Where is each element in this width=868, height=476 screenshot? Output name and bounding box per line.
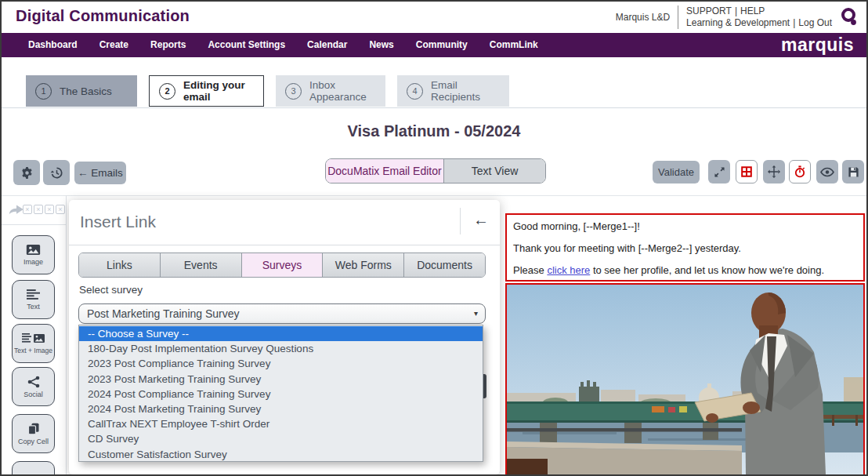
survey-option[interactable]: 2024 Post Marketing Training Survey xyxy=(79,402,483,416)
nav-item-news[interactable]: News xyxy=(358,33,404,57)
help-link[interactable]: HELP xyxy=(740,5,765,16)
step-tab-basics[interactable]: 1 The Basics xyxy=(26,75,137,107)
placeholder-x-icon: × xyxy=(23,205,32,214)
divider xyxy=(460,208,461,234)
gear-icon xyxy=(20,166,34,180)
tool-label: Text + Image xyxy=(14,347,52,354)
survey-option[interactable]: 180-Day Post Implementation Survey Quest… xyxy=(79,341,483,356)
back-button[interactable]: ← xyxy=(473,211,489,229)
step-label: Email Recipients xyxy=(431,79,509,103)
tab-text-view[interactable]: Text View xyxy=(443,159,545,183)
history-icon xyxy=(50,166,63,180)
survey-dropdown: -- Choose a Survey -- 180-Day Post Imple… xyxy=(78,325,483,462)
email-paragraph: Good morning, [--Merge1--]! xyxy=(513,220,857,233)
history-button[interactable] xyxy=(43,160,70,185)
text-lines-icon xyxy=(27,289,40,300)
tool-text-image[interactable]: Text + Image xyxy=(12,324,55,363)
learning-development-link[interactable]: Learning & Development xyxy=(686,17,790,28)
sidebar-divider xyxy=(2,224,66,225)
brand-logo: marquis xyxy=(781,33,854,57)
timer-button[interactable] xyxy=(789,160,811,183)
step-tab-inbox-appearance[interactable]: 3 Inbox Appearance xyxy=(276,75,385,107)
email-text: to see her profile, and let us know how … xyxy=(590,264,824,276)
tab-documents[interactable]: Documents xyxy=(403,253,485,277)
step-label: Inbox Appearance xyxy=(309,79,385,103)
tool-image[interactable]: Image xyxy=(12,235,55,274)
nav-item-create[interactable]: Create xyxy=(89,33,139,57)
survey-option[interactable]: -- Choose a Survey -- xyxy=(79,326,483,341)
nav-item-account-settings[interactable]: Account Settings xyxy=(197,33,296,57)
app-title: Digital Communication xyxy=(16,7,190,25)
hidden-button-edge xyxy=(483,374,486,398)
header: Digital Communication Marquis L&D SUPPOR… xyxy=(2,2,866,33)
tool-copy-cell[interactable]: Copy Cell xyxy=(12,414,55,453)
tab-documatix-email-editor[interactable]: DocuMatix Email Editor xyxy=(326,159,443,183)
validate-button[interactable]: Validate xyxy=(653,161,700,183)
support-link[interactable]: SUPPORT xyxy=(686,5,732,16)
eye-icon xyxy=(820,167,834,177)
search-icon[interactable] xyxy=(840,6,860,28)
step-number: 1 xyxy=(35,83,52,100)
nav-item-dashboard[interactable]: Dashboard xyxy=(17,33,89,57)
survey-option[interactable]: CallTrax NEXT Employee T-shirt Order xyxy=(79,416,483,431)
table-button[interactable] xyxy=(736,160,758,183)
account-name: Marquis L&D xyxy=(616,12,670,23)
header-links: SUPPORT|HELP Learning & Development|Log … xyxy=(686,5,832,29)
tool-social[interactable]: Social xyxy=(12,367,55,406)
save-button[interactable] xyxy=(842,160,864,183)
nav-item-commlink[interactable]: CommLink xyxy=(479,33,549,57)
placeholder-x-icon: × xyxy=(56,205,65,214)
divider xyxy=(2,107,866,108)
window: Digital Communication Marquis L&D SUPPOR… xyxy=(0,0,868,476)
tab-surveys[interactable]: Surveys xyxy=(241,253,323,277)
email-text-cell[interactable]: Good morning, [--Merge1--]! Thank you fo… xyxy=(505,213,865,282)
editor-view-toggle: DocuMatix Email Editor Text View xyxy=(325,158,546,183)
expand-icon xyxy=(714,166,725,178)
settings-button[interactable] xyxy=(13,160,40,185)
survey-option[interactable]: CD Survey xyxy=(79,431,483,446)
email-paragraph: Please click here to see her profile, an… xyxy=(513,264,857,277)
tool-label: Social xyxy=(24,391,43,398)
survey-option[interactable]: 2024 Post Compliance Training Survey xyxy=(79,387,483,402)
step-number: 2 xyxy=(159,83,175,100)
link-type-tabs: Links Events Surveys Web Forms Documents xyxy=(78,253,486,278)
select-survey-label: Select survey xyxy=(79,284,143,296)
stopwatch-icon xyxy=(794,165,806,178)
header-divider xyxy=(678,5,678,29)
placeholder-x-icon: × xyxy=(34,205,43,214)
save-icon xyxy=(848,166,859,178)
tool-poll[interactable] xyxy=(12,461,55,476)
move-button[interactable] xyxy=(763,160,785,183)
tab-web-forms[interactable]: Web Forms xyxy=(322,253,403,277)
click-here-link[interactable]: click here xyxy=(547,264,590,276)
tool-label: Copy Cell xyxy=(18,438,49,445)
survey-option[interactable]: Customer Satisfaction Survey xyxy=(79,447,483,462)
businessman-photo xyxy=(507,285,863,474)
survey-option[interactable]: 2023 Post Compliance Training Survey xyxy=(79,356,483,371)
step-label: The Basics xyxy=(60,85,112,97)
nav-item-calendar[interactable]: Calendar xyxy=(296,33,358,57)
tab-links[interactable]: Links xyxy=(79,253,160,277)
tool-label: Text xyxy=(27,303,40,311)
logout-link[interactable]: Log Out xyxy=(798,17,832,28)
back-to-emails-button[interactable]: ← Emails xyxy=(74,162,126,184)
page-title: Visa Platinum - 05/2024 xyxy=(2,122,866,140)
tool-label: Image xyxy=(24,258,43,266)
copy-icon xyxy=(27,423,40,435)
nav-item-reports[interactable]: Reports xyxy=(139,33,197,57)
preview-button[interactable] xyxy=(816,160,838,183)
step-tab-email-recipients[interactable]: 4 Email Recipients xyxy=(397,75,509,107)
header-right: Marquis L&D SUPPORT|HELP Learning & Deve… xyxy=(616,4,860,31)
survey-option[interactable]: 2023 Post Marketing Training Survey xyxy=(79,372,483,387)
tool-text[interactable]: Text xyxy=(12,280,55,319)
email-image-cell[interactable] xyxy=(505,283,865,476)
table-grid-icon xyxy=(740,165,753,178)
link-separator: | xyxy=(735,5,737,16)
survey-select[interactable]: Post Marketing Training Survey ▾ xyxy=(78,303,486,324)
tab-events[interactable]: Events xyxy=(160,253,241,277)
expand-button[interactable] xyxy=(708,160,730,183)
move-icon xyxy=(768,165,780,178)
nav-item-community[interactable]: Community xyxy=(405,33,479,57)
step-tab-editing[interactable]: 2 Editing your email xyxy=(149,75,264,107)
nav-bar: Dashboard Create Reports Account Setting… xyxy=(2,33,866,57)
